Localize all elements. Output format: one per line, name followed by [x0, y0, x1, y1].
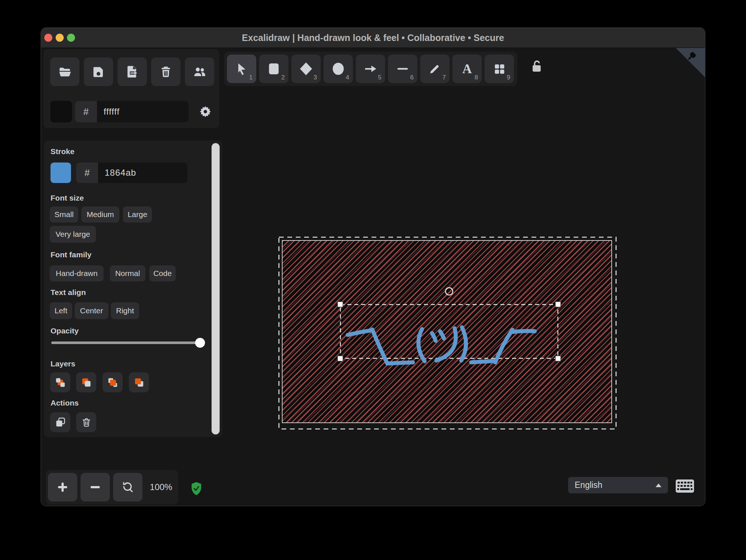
- line-icon: [395, 61, 410, 76]
- rotation-handle[interactable]: [445, 288, 453, 295]
- stroke-color-swatch[interactable]: [51, 163, 71, 183]
- rectangle-icon: [266, 61, 281, 76]
- send-to-back-button[interactable]: [50, 372, 70, 392]
- lock-open-icon[interactable]: [529, 58, 545, 74]
- canvas-background-hex-input[interactable]: ffffff: [97, 101, 189, 122]
- tool-number: 8: [475, 74, 478, 81]
- clear-canvas-button[interactable]: [151, 57, 180, 86]
- font-size-small[interactable]: Small: [50, 206, 78, 223]
- font-size-large[interactable]: Large: [123, 206, 152, 223]
- tools-island: 1 2 3 4 5 6 7: [224, 52, 517, 86]
- tool-number: 5: [378, 74, 381, 81]
- tool-arrow[interactable]: 5: [356, 55, 385, 83]
- tool-text[interactable]: A 8: [452, 55, 482, 83]
- send-backward-icon: [81, 377, 92, 388]
- panel-scrollbar[interactable]: [212, 143, 220, 434]
- zoom-in-button[interactable]: [48, 473, 77, 501]
- zoom-level[interactable]: 100%: [145, 482, 177, 492]
- cursor-icon: [235, 62, 248, 75]
- text-align-center[interactable]: Center: [75, 302, 108, 319]
- tool-line[interactable]: 6: [388, 55, 417, 83]
- font-family-hand-drawn[interactable]: Hand-drawn: [50, 265, 104, 281]
- tool-ellipse[interactable]: 4: [324, 55, 353, 83]
- titlebar: Excalidraw | Hand-drawn look & feel • Co…: [41, 28, 705, 48]
- zoom-island: 100%: [46, 470, 178, 504]
- properties-panel: Stroke # 1864ab Font size Small Medium L…: [44, 141, 222, 437]
- bring-to-front-button[interactable]: [129, 372, 149, 392]
- send-backward-button[interactable]: [76, 372, 96, 392]
- actions-label: Actions: [51, 399, 79, 407]
- trash-icon: [81, 417, 92, 428]
- font-size-very-large[interactable]: Very large: [50, 226, 96, 243]
- text-align-left[interactable]: Left: [50, 302, 72, 319]
- arrow-icon: [363, 61, 378, 76]
- ellipse-icon: [330, 61, 346, 77]
- stroke-label: Stroke: [51, 147, 74, 156]
- plus-icon: [56, 481, 69, 493]
- diamond-icon: [298, 61, 314, 77]
- shield-check-icon[interactable]: [191, 482, 202, 496]
- tool-number: 4: [346, 74, 349, 81]
- bring-forward-button[interactable]: [102, 372, 123, 392]
- tool-number: 9: [507, 74, 510, 81]
- text-tool-icon: A: [462, 62, 472, 75]
- reset-zoom-button[interactable]: [113, 473, 142, 501]
- font-size-medium[interactable]: Medium: [81, 206, 119, 223]
- text-align-right[interactable]: Right: [111, 302, 139, 319]
- export-button[interactable]: [118, 57, 147, 86]
- language-select[interactable]: English: [568, 477, 668, 493]
- duplicate-icon: [55, 417, 66, 428]
- save-icon: [92, 65, 105, 78]
- tool-number: 3: [314, 74, 317, 81]
- tool-number: 6: [410, 74, 414, 81]
- stroke-hex-group: # 1864ab: [76, 163, 187, 183]
- font-family-code[interactable]: Code: [149, 265, 176, 281]
- rectangle-selection-outline: [279, 237, 616, 429]
- font-size-label: Font size: [51, 194, 84, 202]
- text-align-label: Text align: [51, 288, 86, 297]
- tool-rectangle[interactable]: 2: [259, 55, 288, 83]
- folder-open-icon: [58, 65, 72, 79]
- tool-number: 7: [443, 74, 446, 81]
- selection-overlay: [234, 214, 622, 441]
- hash-prefix: #: [75, 101, 97, 122]
- language-value: English: [575, 480, 602, 490]
- github-corner-ribbon[interactable]: [676, 48, 705, 77]
- minus-icon: [89, 481, 101, 493]
- hash-prefix: #: [76, 163, 98, 183]
- canvas-background-swatch[interactable]: [51, 101, 72, 122]
- file-toolbar-island: # ffffff: [44, 49, 219, 128]
- zoom-reset-icon: [122, 481, 134, 493]
- tool-number: 2: [281, 74, 285, 81]
- opacity-label: Opacity: [51, 326, 79, 335]
- tool-library[interactable]: 9: [485, 55, 514, 83]
- stroke-hex-input[interactable]: 1864ab: [98, 163, 187, 183]
- font-family-label: Font family: [51, 250, 92, 259]
- app-window: Excalidraw | Hand-drawn look & feel • Co…: [41, 28, 705, 506]
- save-button[interactable]: [84, 57, 113, 86]
- tool-draw[interactable]: 7: [420, 55, 450, 83]
- layers-label: Layers: [51, 359, 75, 368]
- opacity-slider-track[interactable]: [51, 341, 205, 344]
- opacity-slider-thumb[interactable]: [195, 338, 205, 348]
- users-icon: [193, 65, 206, 79]
- font-family-normal[interactable]: Normal: [110, 265, 145, 281]
- canvas-area[interactable]: # ffffff 1 2 3 4: [41, 48, 705, 506]
- zoom-out-button[interactable]: [81, 473, 110, 501]
- open-file-button[interactable]: [50, 57, 79, 86]
- tool-selection[interactable]: 1: [227, 55, 256, 83]
- trash-icon: [159, 65, 172, 78]
- tool-diamond[interactable]: 3: [291, 55, 321, 83]
- tool-number: 1: [249, 74, 253, 81]
- keyboard-icon[interactable]: [675, 479, 694, 493]
- delete-button[interactable]: [76, 412, 96, 432]
- bring-forward-icon: [107, 377, 118, 388]
- octocat-icon: [683, 48, 700, 65]
- export-icon: [125, 65, 139, 79]
- bring-to-front-icon: [134, 377, 145, 388]
- collaboration-button[interactable]: [185, 57, 214, 86]
- caret-up-icon: [656, 484, 661, 487]
- duplicate-button[interactable]: [50, 412, 70, 432]
- gear-icon[interactable]: [199, 105, 212, 118]
- shapes-grid-icon: [493, 63, 506, 75]
